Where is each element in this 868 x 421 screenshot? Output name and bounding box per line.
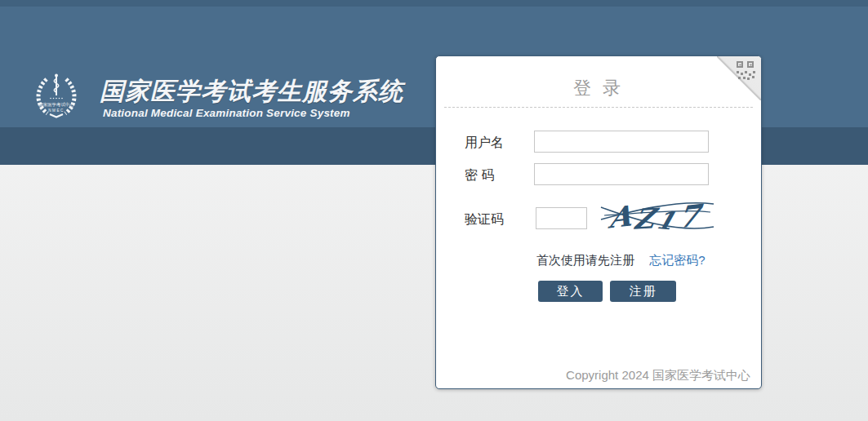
app-title: 国家医学考试考生服务系统: [100, 75, 403, 109]
title-separator: [444, 107, 753, 108]
register-hint-text: 首次使用请先注册: [536, 253, 634, 267]
logo-small-text-en: NMEC: [48, 109, 65, 113]
captcha-input[interactable]: [536, 207, 587, 229]
copyright-text: Copyright 2024 国家医学考试中心: [566, 368, 750, 383]
captcha-image[interactable]: AZ17: [599, 196, 715, 238]
username-input[interactable]: [534, 131, 709, 153]
login-panel: 登 录 用户名 密 码 验证码 AZ17 首次使用请先注册 忘记密码? 登入 注…: [435, 55, 762, 389]
captcha-text: AZ17: [605, 198, 706, 234]
captcha-label: 验证码: [465, 211, 504, 228]
login-title: 登 录: [436, 76, 761, 100]
app-subtitle: National Medical Examination Service Sys…: [103, 107, 350, 119]
register-button[interactable]: 注册: [610, 281, 676, 302]
hint-row: 首次使用请先注册 忘记密码?: [536, 253, 706, 268]
forgot-password-link[interactable]: 忘记密码?: [649, 253, 705, 267]
nmec-emblem-logo-icon: 国家医学考试中心 NMEC: [29, 69, 83, 122]
password-label: 密 码: [465, 167, 494, 184]
login-button[interactable]: 登入: [538, 281, 603, 302]
top-strip: [0, 0, 868, 7]
page: 国家医学考试中心 NMEC 国家医学考试考生服务系统 National Medi…: [0, 0, 868, 421]
logo-small-text-cn: 国家医学考试中心: [38, 102, 74, 108]
username-label: 用户名: [465, 135, 504, 152]
password-input[interactable]: [534, 163, 709, 185]
